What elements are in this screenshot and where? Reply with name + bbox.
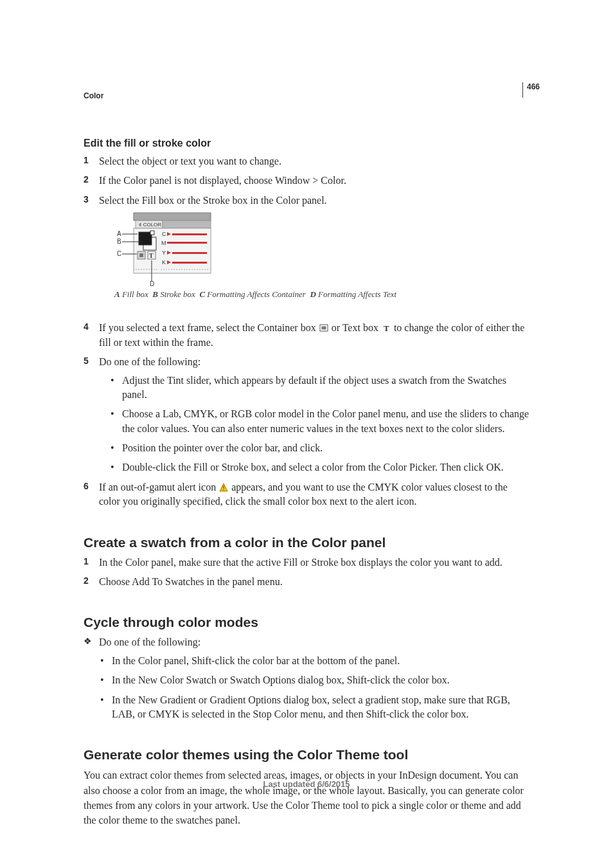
heading-edit-fill-stroke: Edit the fill or stroke color (84, 138, 529, 149)
svg-text:T: T (149, 252, 154, 259)
cap-C-text: Formatting Affects Container (207, 289, 306, 299)
cycle-opt3: In the New Gradient or Gradient Options … (100, 693, 529, 722)
svg-rect-14 (172, 233, 207, 235)
heading-color-theme-tool: Generate color themes using the Color Th… (84, 747, 529, 763)
step-4: If you selected a text frame, select the… (84, 321, 529, 350)
page: 466 Color Edit the fill or stroke color … (0, 0, 613, 868)
page-number-wrap: 466 (522, 82, 540, 98)
svg-text:Y: Y (162, 249, 166, 256)
page-number-bar: 466 (522, 82, 540, 98)
footer-last-updated: Last updated 6/6/2015 (0, 779, 613, 789)
running-header: Color (84, 91, 529, 100)
cap-B: B (152, 289, 158, 299)
step-6a: If an out-of-gamut alert icon (99, 482, 218, 493)
steps-create-swatch: In the Color panel, make sure that the a… (84, 556, 529, 590)
svg-rect-0 (134, 213, 211, 221)
step-3-text: Select the Fill box or the Stroke box in… (99, 195, 327, 206)
svg-rect-19 (172, 252, 207, 254)
heading-create-swatch: Create a swatch from a color in the Colo… (84, 535, 529, 550)
cycle-lead: Do one of the following: (84, 635, 529, 649)
figure-caption: A Fill box B Stroke box C Formatting Aff… (114, 289, 396, 300)
heading-cycle-modes: Cycle through color modes (84, 615, 529, 630)
svg-rect-7 (150, 231, 154, 235)
step-6: If an out-of-gamut alert icon appears, a… (84, 480, 529, 509)
color-panel-illustration: ¢ COLOR T C M (114, 209, 217, 286)
svg-rect-3 (163, 221, 211, 228)
cycle-options: In the Color panel, Shift-click the colo… (100, 654, 529, 722)
svg-rect-9 (139, 253, 143, 257)
svg-rect-34 (321, 327, 326, 330)
cap-D-text: Formatting Affects Text (318, 289, 396, 299)
step-1: Select the object or text you want to ch… (84, 154, 529, 168)
svg-text:M: M (161, 240, 166, 246)
cycle-opt1: In the Color panel, Shift-click the colo… (100, 654, 529, 668)
step-5: Do one of the following: Adjust the Tint… (84, 355, 529, 475)
cap-C: C (199, 289, 205, 299)
cycle-opt2: In the New Color Swatch or Swatch Option… (100, 673, 529, 687)
step-4b: or Text box (332, 322, 381, 333)
step-5-opt1: Adjust the Tint slider, which appears by… (111, 374, 529, 402)
out-of-gamut-alert-icon (219, 483, 228, 492)
step-5-opt2: Choose a Lab, CMYK, or RGB color model i… (111, 407, 529, 436)
step-5-options: Adjust the Tint slider, which appears by… (111, 374, 529, 475)
svg-text:D: D (150, 280, 154, 286)
swatch-step-2: Choose Add To Swatches in the panel menu… (84, 575, 529, 589)
cap-A: A (114, 289, 120, 299)
steps-edit-fill-stroke: Select the object or text you want to ch… (84, 154, 529, 509)
svg-rect-16 (167, 242, 207, 244)
svg-rect-37 (223, 485, 224, 488)
svg-rect-38 (223, 489, 224, 490)
container-box-icon (319, 323, 328, 332)
cap-D: D (310, 289, 315, 299)
page-number: 466 (527, 82, 540, 91)
cap-A-text: Fill box (122, 289, 148, 299)
svg-rect-22 (172, 262, 207, 264)
svg-text:B: B (117, 238, 121, 245)
figure-color-panel: ¢ COLOR T C M (114, 209, 529, 300)
swatch-step-1: In the Color panel, make sure that the a… (84, 556, 529, 570)
svg-rect-6 (139, 232, 152, 245)
step-5-opt3: Position the pointer over the color bar,… (111, 441, 529, 455)
step-4a: If you selected a text frame, select the… (99, 322, 319, 333)
svg-text:A: A (117, 230, 121, 237)
color-theme-body: You can extract color themes from select… (84, 768, 529, 827)
step-5-opt4: Double-click the Fill or Stroke box, and… (111, 460, 529, 475)
step-3: Select the Fill box or the Stroke box in… (84, 194, 529, 316)
step-2: If the Color panel is not displayed, cho… (84, 174, 529, 188)
svg-text:C: C (162, 231, 166, 237)
cap-B-text: Stroke box (160, 289, 195, 299)
svg-text:¢ COLOR: ¢ COLOR (139, 222, 161, 228)
svg-text:T: T (384, 323, 389, 332)
step-5-lead: Do one of the following: (99, 356, 200, 367)
svg-text:C: C (117, 250, 121, 257)
svg-text:K: K (162, 259, 166, 266)
text-box-icon: T (382, 323, 391, 332)
